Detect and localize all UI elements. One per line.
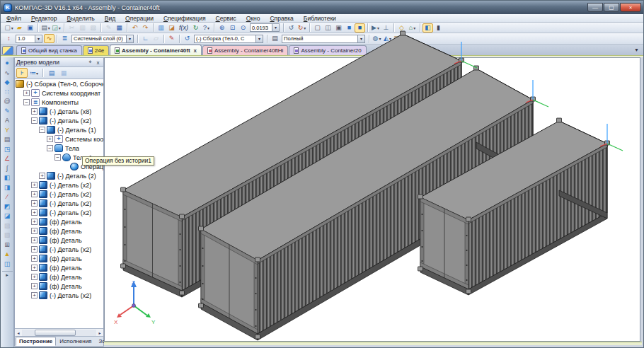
tree-structure-button[interactable]: ⊦ <box>16 68 28 78</box>
insert-object-button[interactable]: ▦ <box>114 23 125 33</box>
redo-button[interactable]: ↷ <box>140 23 151 33</box>
current-component-combo[interactable]: (-) Сборка (Тел-0, С▾ <box>194 35 263 43</box>
document-tab-4[interactable]: Assembly - Container40ftHi <box>202 45 288 55</box>
tree-item[interactable]: +(-) Деталь (x8) <box>15 107 103 116</box>
viewport-3d[interactable] <box>104 57 640 342</box>
expand-icon[interactable]: + <box>31 237 38 243</box>
line-scale-combo[interactable]: 1.0▾ <box>16 35 42 43</box>
tree-item[interactable]: +(-) Деталь (x2) <box>15 208 103 217</box>
normal-to-button[interactable]: ⊥ <box>381 23 391 33</box>
layer-edit-button[interactable]: ∟ <box>140 34 151 43</box>
panel-curve-tool-icon[interactable]: ʃ <box>2 164 13 173</box>
scale-combo[interactable]: 0.0193▾ <box>250 23 280 32</box>
panel-solid-tool-icon[interactable]: ◩ <box>2 202 13 211</box>
tree-tab-1[interactable]: Построение <box>16 337 56 346</box>
rotate-view-button-dropdown-icon[interactable]: ▾ <box>304 25 306 30</box>
undo-button[interactable]: ↶ <box>130 23 140 33</box>
link-refresh-button[interactable]: ↻ <box>190 23 201 33</box>
menu-item-3[interactable]: Выделить <box>67 15 95 22</box>
expand-icon[interactable]: + <box>31 219 38 225</box>
wireframe-mode-button[interactable]: ▢ <box>312 23 323 33</box>
document-scale-button[interactable]: ↕ <box>4 34 14 43</box>
context-help-button-dropdown-icon[interactable]: ▾ <box>207 25 209 30</box>
model-tree-toggle-button[interactable]: ◧ <box>422 23 433 33</box>
expand-icon[interactable]: + <box>31 191 38 197</box>
menu-item-10[interactable]: Библиотеки <box>304 15 336 22</box>
print-preview-button-dropdown-icon[interactable]: ▾ <box>59 25 61 30</box>
start-page-icon[interactable] <box>2 46 13 55</box>
fx-button[interactable]: f(x) <box>177 23 190 33</box>
layer-combo[interactable]: Системный слой (0)▾ <box>71 35 134 43</box>
tree-item[interactable]: +(-) Деталь (x2) <box>15 180 103 190</box>
tree-item[interactable]: (-) Сборка (Тел-0, Сборочны <box>15 79 103 88</box>
expand-icon[interactable]: + <box>31 108 38 115</box>
panel-section-tool-icon[interactable]: ⁄ <box>2 192 13 202</box>
menu-item-8[interactable]: Окно <box>246 15 260 22</box>
document-tab-2[interactable]: 24е <box>83 45 109 55</box>
expand-icon[interactable]: + <box>31 209 38 216</box>
collapse-icon[interactable]: − <box>23 99 30 105</box>
variables-button[interactable]: ▥ <box>156 23 166 33</box>
tree-item[interactable]: −≣Компоненты <box>15 98 103 107</box>
panel-spline-tool-icon[interactable]: ∿ <box>2 69 13 78</box>
scroll-left-icon[interactable]: ◂ <box>15 330 22 335</box>
tree-tab-2[interactable]: Исполнения <box>56 337 95 346</box>
panel-close-icon[interactable]: x <box>94 59 102 66</box>
document-tab-1[interactable]: Общий вид станка <box>16 45 82 55</box>
menu-item-6[interactable]: Спецификация <box>163 15 206 22</box>
panel-collections-tool-icon[interactable]: ◫ <box>2 260 13 269</box>
restore-button[interactable]: ▢ <box>604 3 619 12</box>
expand-icon[interactable]: + <box>39 173 45 179</box>
tree-item[interactable]: +(-) Деталь (x2) <box>15 291 103 300</box>
image-quality-button-dropdown-icon[interactable]: ▾ <box>379 36 381 41</box>
tree-item[interactable]: +(-) Деталь (x2) <box>15 245 103 254</box>
expand-icon[interactable]: + <box>31 292 38 298</box>
tree-item[interactable]: ++Системы координат <box>15 88 103 98</box>
interface-layout-button[interactable]: ▮ <box>433 23 444 33</box>
menu-item-4[interactable]: Вид <box>105 15 115 22</box>
rebuild-model-button[interactable]: ↺ <box>182 34 192 43</box>
tree-item[interactable]: +(ф) Деталь <box>15 263 103 272</box>
panel-plane-tool-icon[interactable]: ◳ <box>2 145 13 154</box>
section-view-button[interactable]: ◭▾ <box>382 34 393 43</box>
new-document-button-dropdown-icon[interactable]: ▾ <box>11 25 13 30</box>
designations-button-dropdown-icon[interactable]: ▾ <box>401 36 403 41</box>
menu-item-7[interactable]: Сервис <box>216 15 236 22</box>
expand-icon[interactable]: + <box>23 90 30 96</box>
close-button[interactable]: × <box>620 3 641 12</box>
expand-icon[interactable]: + <box>47 136 53 142</box>
expand-icon[interactable]: + <box>31 246 38 253</box>
panel-text-tool-icon[interactable]: A <box>2 116 13 125</box>
zoom-in-button[interactable]: ⊕ <box>217 23 227 33</box>
saved-views-button-dropdown-icon[interactable]: ▾ <box>413 25 415 30</box>
tree-item[interactable]: +(-) Деталь (2) <box>15 171 103 180</box>
tree-item[interactable]: +(ф) Деталь <box>15 217 103 226</box>
hidden-lines-mode-button[interactable]: ◫ <box>323 23 333 33</box>
context-help-button[interactable]: ?▾ <box>201 23 212 33</box>
section-view-button-dropdown-icon[interactable]: ▾ <box>389 36 391 41</box>
document-tab-3[interactable]: Assembly - Container40ftx <box>110 45 202 55</box>
image-quality-button[interactable]: ◍▾ <box>372 34 382 43</box>
expand-icon[interactable]: + <box>31 283 38 289</box>
tree-horizontal-scrollbar[interactable]: ◂ ▸ <box>15 328 103 336</box>
hidden-thin-mode-button[interactable]: ▣ <box>333 23 344 33</box>
shaded-edges-mode-button[interactable]: ■ <box>355 23 365 33</box>
expand-icon[interactable]: + <box>31 200 38 207</box>
detail-level-combo-dropdown-icon[interactable]: ▾ <box>357 35 364 42</box>
menu-item-2[interactable]: Редактор <box>31 15 57 22</box>
rotate-view-button[interactable]: ↻▾ <box>297 23 307 33</box>
panel-array-tool-icon[interactable]: ∷ <box>2 88 13 97</box>
panel-extrude-tool-icon[interactable]: ◧ <box>2 173 13 182</box>
tree-item[interactable]: ++Системы координат <box>15 134 103 144</box>
collapse-icon[interactable]: − <box>54 154 61 161</box>
sketch-mode-button[interactable]: ✎ <box>166 34 177 43</box>
zoom-window-button[interactable]: ⊡ <box>227 23 238 33</box>
saved-views-button[interactable]: ⌂▾ <box>407 23 418 33</box>
panel-attach-tool-icon[interactable]: @ <box>2 97 13 106</box>
shaded-mode-button[interactable]: ■ <box>344 23 355 33</box>
panel-move-tool-icon[interactable]: ◪ <box>2 211 13 221</box>
panel-find-tool-icon[interactable]: ⊞ <box>2 240 13 250</box>
tree-composition-button-dropdown-icon[interactable]: ▾ <box>36 71 38 76</box>
tree-item[interactable]: −(-) Деталь (1) <box>15 125 103 134</box>
tree-item[interactable]: +(ф) Деталь <box>15 282 103 291</box>
